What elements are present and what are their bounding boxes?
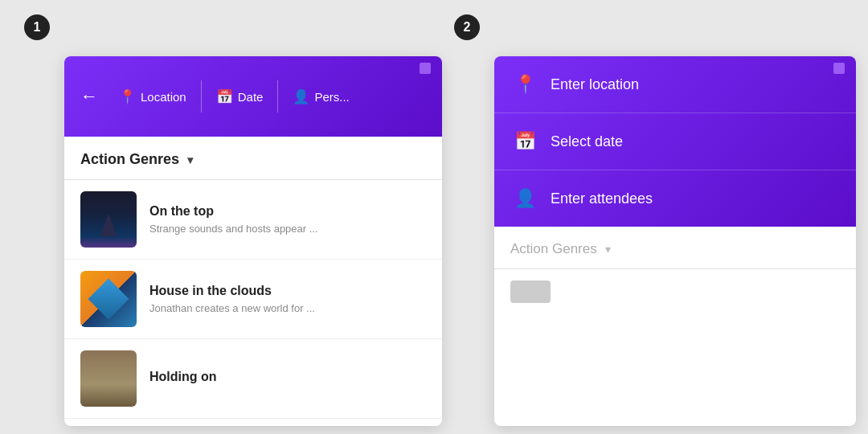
chevron-down-icon-2: ▾ — [605, 243, 611, 256]
panel-2-body: Action Genres ▾ — [494, 227, 856, 314]
chevron-down-icon: ▾ — [187, 154, 193, 166]
header-divider-1 — [201, 80, 202, 113]
list-item[interactable]: House in the clouds Jonathan creates a n… — [64, 260, 442, 339]
panel-1-header: ← 📍 Location 📅 Date 👤 Pers... — [64, 56, 442, 137]
back-icon: ← — [80, 86, 98, 106]
header-divider-2 — [277, 80, 278, 113]
menu-location-row[interactable]: 📍 Enter location — [494, 56, 856, 113]
badge-2-label: 2 — [464, 20, 471, 35]
step-badge-1: 1 — [24, 14, 50, 40]
menu-attendees-row[interactable]: 👤 Enter attendees — [494, 170, 856, 227]
person-label: Pers... — [314, 90, 349, 104]
corner-decoration — [420, 63, 431, 74]
genre-selector-2[interactable]: Action Genres ▾ — [494, 227, 856, 269]
step-badge-2: 2 — [454, 14, 480, 40]
movie-thumbnail — [80, 350, 137, 407]
enter-location-label: Enter location — [551, 76, 639, 93]
date-icon: 📅 — [216, 88, 233, 105]
menu-date-row[interactable]: 📅 Select date — [494, 113, 856, 170]
partial-thumbnail — [510, 280, 551, 303]
date-label: Date — [238, 90, 264, 104]
movie-description: Jonathan creates a new world for ... — [149, 302, 375, 314]
panel-2: 📍 Enter location 📅 Select date 👤 Enter a… — [494, 56, 856, 426]
enter-attendees-label: Enter attendees — [551, 190, 653, 207]
movie-info: House in the clouds Jonathan creates a n… — [149, 284, 426, 314]
panel-2-header: 📍 Enter location 📅 Select date 👤 Enter a… — [494, 56, 856, 227]
person-icon: 👤 — [514, 188, 536, 209]
movie-title: On the top — [149, 204, 426, 219]
header-location[interactable]: 📍 Location — [111, 88, 194, 105]
location-icon: 📍 — [119, 88, 136, 105]
header-person[interactable]: 👤 Pers... — [285, 88, 357, 105]
panel-1-body: Action Genres ▾ On the top Strange sound… — [64, 137, 442, 419]
person-icon: 👤 — [293, 88, 309, 105]
location-icon: 📍 — [514, 74, 536, 95]
panel-1: ← 📍 Location 📅 Date 👤 Pers... Action Gen… — [64, 56, 442, 426]
movie-list: On the top Strange sounds and hosts appe… — [64, 180, 442, 419]
movie-info: On the top Strange sounds and hosts appe… — [149, 204, 426, 235]
corner-decoration — [833, 63, 845, 74]
movie-info: Holding on — [149, 370, 426, 388]
movie-thumbnail — [80, 191, 137, 248]
header-date[interactable]: 📅 Date — [208, 88, 272, 105]
list-item[interactable]: On the top Strange sounds and hosts appe… — [64, 180, 442, 260]
genre-selector[interactable]: Action Genres ▾ — [64, 137, 442, 180]
movie-title: House in the clouds — [149, 284, 426, 298]
movie-description: Strange sounds and hosts appear ... — [149, 223, 375, 235]
badge-1-label: 1 — [34, 20, 41, 35]
movie-thumbnail — [80, 271, 137, 327]
date-icon: 📅 — [514, 131, 536, 152]
location-label: Location — [141, 90, 186, 104]
back-button[interactable]: ← — [77, 83, 101, 110]
genre-label: Action Genres — [80, 151, 179, 168]
movie-title: Holding on — [149, 370, 426, 384]
select-date-label: Select date — [551, 133, 623, 150]
genre-label-2: Action Genres — [510, 241, 597, 257]
partial-list-item — [494, 269, 856, 314]
list-item[interactable]: Holding on — [64, 339, 442, 419]
